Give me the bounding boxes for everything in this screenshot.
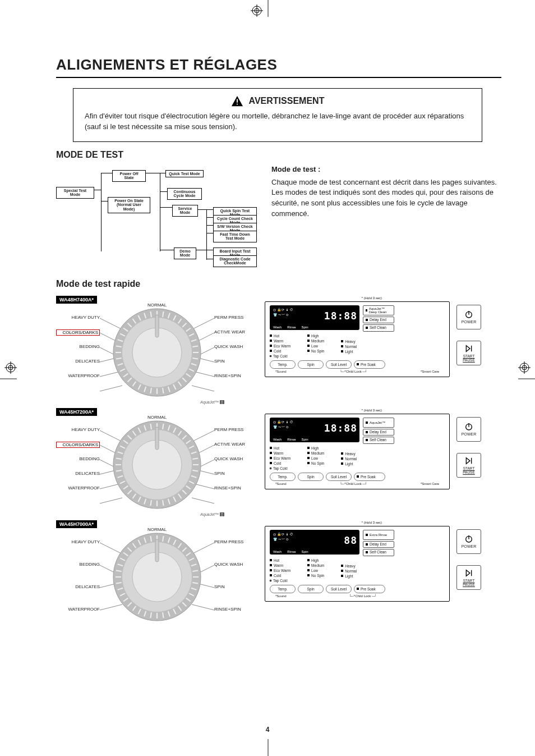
svg-rect-13 [237, 104, 238, 105]
model-tag: WA45H7000A* [56, 520, 97, 528]
side-button-0[interactable]: AquaJet™ [363, 418, 394, 428]
fc-sub-5: Diagnostic Code CheckMode [213, 255, 257, 267]
cycle-dial[interactable] [109, 417, 205, 512]
pill-button[interactable]: Temp. [270, 360, 296, 369]
side-button-self-clean[interactable]: Self Clean [363, 324, 394, 332]
control-footer: *Sound└─*Child Lock ─┘ [270, 594, 445, 598]
dial-label: ACTIVE WEAR [214, 329, 245, 335]
model-panel-row: WA45H7200A* NORMALHEAVY DUTYCOLORS/DARKS… [56, 406, 501, 516]
display: ◎ 🔒 ⟳ 🌡 ⏱ 👕 ⤳ 〰 ⟳ 18:88 WashRinseSpin [270, 305, 359, 330]
start-pause-button[interactable]: STARTPAUSE [456, 565, 481, 590]
dial-label: ACTIVE WEAR [214, 442, 245, 447]
control-panel: * (Hold 3 sec) ◎ 🔒 ⟳ 🌡 ⏱ 👕 ⤳ 〰 ⟳ 88 Wash… [265, 526, 450, 602]
soil-options: HeavyNormalLight [341, 452, 357, 470]
pill-button[interactable]: Spin [298, 473, 324, 481]
dial-label: HEAVY DUTY [56, 539, 100, 544]
dial-label: SPIN [214, 359, 225, 364]
cycle-dial[interactable] [109, 305, 205, 400]
pill-button[interactable]: Temp. [270, 585, 296, 593]
presoak-button[interactable]: Pre Soak [354, 473, 385, 481]
dial-section: WA48H7400A* NORMALHEAVY DUTYCOLORS/DARKS… [56, 294, 258, 404]
hold-note: * (Hold 3 sec) [362, 296, 382, 300]
crop-mark [518, 378, 535, 379]
dial-label: PERM PRESS [214, 539, 243, 544]
dial-label: SPIN [214, 471, 225, 476]
dial-label: COLORS/DARKS [56, 329, 100, 336]
control-panel: * (Hold 3 sec) ◎ 🔒 ⟳ 🌡 ⏱ 👕 ⤳ 〰 ⟳ 18:88 W… [265, 301, 450, 377]
model-panel-row: WA48H7400A* NORMALHEAVY DUTYCOLORS/DARKS… [56, 294, 501, 404]
control-footer: *Sound└─*Child Lock ─┘*Smart Care [270, 370, 445, 373]
side-button-delay[interactable]: Delay End [363, 541, 394, 548]
pill-button[interactable]: Spin [298, 360, 324, 369]
aquajet-label: AquaJet™ ▯ [200, 512, 224, 517]
section-heading-quick-test: Mode de test rapide [56, 279, 501, 289]
side-button-delay[interactable]: Delay End [363, 317, 394, 324]
dial-label: BEDDING [56, 562, 100, 567]
warning-label: AVERTISSEMENT [249, 96, 325, 106]
wash-rinse-spin-labels: WashRinseSpin [273, 438, 308, 441]
pill-button[interactable]: Soil Level [326, 360, 352, 369]
registration-mark-icon [518, 361, 531, 374]
spin-options: HighMediumLowNo Spin [307, 446, 324, 470]
right-buttons: POWER STARTPAUSE [456, 305, 481, 365]
dial-label: PERM PRESS [214, 427, 243, 432]
fc-demo: Demo Mode [174, 248, 196, 259]
dial-label: DELICATES [56, 471, 100, 476]
svg-rect-186 [155, 539, 159, 562]
side-button-0[interactable]: Extra Rinse [363, 530, 394, 540]
dial-label-normal: NORMAL [147, 527, 167, 532]
test-mode-description: Mode de test : Chaque mode de test conce… [271, 164, 501, 271]
dial-label: BEDDING [56, 344, 100, 349]
fc-quick: Quick Test Mode [165, 170, 204, 178]
wash-rinse-spin-labels: WashRinseSpin [273, 550, 308, 553]
side-button-self-clean[interactable]: Self Clean [363, 437, 394, 444]
power-button[interactable]: POWER [456, 529, 481, 554]
control-footer: *Sound└─*Child Lock ─┘*Smart Care [270, 482, 445, 485]
presoak-button[interactable]: Pre Soak [354, 585, 385, 593]
warning-box: AVERTISSEMENT Afin d'éviter tout risque … [73, 88, 482, 142]
pill-button[interactable]: Temp. [270, 473, 296, 481]
temp-options: HotWarmEco WarmCold Tap Cold [270, 558, 290, 583]
segment-display: 18:88 [324, 422, 357, 434]
aquajet-label: AquaJet™ ▯ [200, 400, 224, 405]
power-button[interactable]: POWER [456, 417, 481, 442]
dial-label: SPIN [214, 584, 225, 589]
fc-sub-3: Fast Time Down Test Mode [213, 231, 257, 242]
side-button-delay[interactable]: Delay End [363, 429, 394, 436]
warning-text: Afin d'éviter tout risque d'électrocutio… [85, 111, 471, 132]
spin-options: HighMediumLowNo Spin [307, 558, 324, 583]
presoak-button[interactable]: Pre Soak [354, 360, 385, 369]
dial-label: WATERPROOF [56, 373, 100, 378]
registration-mark-icon [4, 361, 17, 374]
side-button-0[interactable]: AquaJet™ Deep Clean [363, 305, 394, 315]
section-heading-test-mode: MODE DE TEST [56, 150, 501, 160]
cycle-dial[interactable] [109, 529, 205, 625]
dial-label: HEAVY DUTY [56, 315, 100, 320]
fc-service: Service Mode [172, 205, 198, 217]
fc-power-off: Power Off State [112, 170, 146, 182]
desc-heading: Mode de test : [271, 164, 501, 175]
right-buttons: POWER STARTPAUSE [456, 529, 481, 590]
dial-label: DELICATES [56, 584, 100, 589]
dial-section: WA45H7200A* NORMALHEAVY DUTYCOLORS/DARKS… [56, 406, 258, 516]
pill-button[interactable]: Spin [298, 585, 324, 593]
display: ◎ 🔒 ⟳ 🌡 ⏱ 👕 ⤳ 〰 ⟳ 18:88 WashRinseSpin [270, 418, 359, 442]
dial-label-normal: NORMAL [147, 415, 167, 420]
dial-label: PERM PRESS [214, 315, 243, 320]
spin-options: HighMediumLowNo Spin [307, 334, 324, 358]
segment-display: 18:88 [324, 310, 357, 322]
side-button-self-clean[interactable]: Self Clean [363, 549, 394, 556]
temp-options: HotWarmEco WarmCold Tap Cold [270, 334, 290, 358]
dial-label: WATERPROOF [56, 485, 100, 491]
warning-heading: AVERTISSEMENT [85, 95, 471, 107]
display: ◎ 🔒 ⟳ 🌡 ⏱ 👕 ⤳ 〰 ⟳ 88 WashRinseSpin [270, 530, 359, 555]
soil-options: HeavyNormalLight [341, 340, 357, 358]
start-pause-button[interactable]: STARTPAUSE [456, 341, 481, 365]
dial-label: HEAVY DUTY [56, 427, 100, 432]
power-button[interactable]: POWER [456, 305, 481, 329]
dial-label: RINSE+SPIN [214, 607, 241, 612]
pill-button[interactable]: Soil Level [326, 585, 352, 593]
start-pause-button[interactable]: STARTPAUSE [456, 453, 481, 478]
page-number: 4 [266, 726, 270, 734]
pill-button[interactable]: Soil Level [326, 473, 352, 481]
